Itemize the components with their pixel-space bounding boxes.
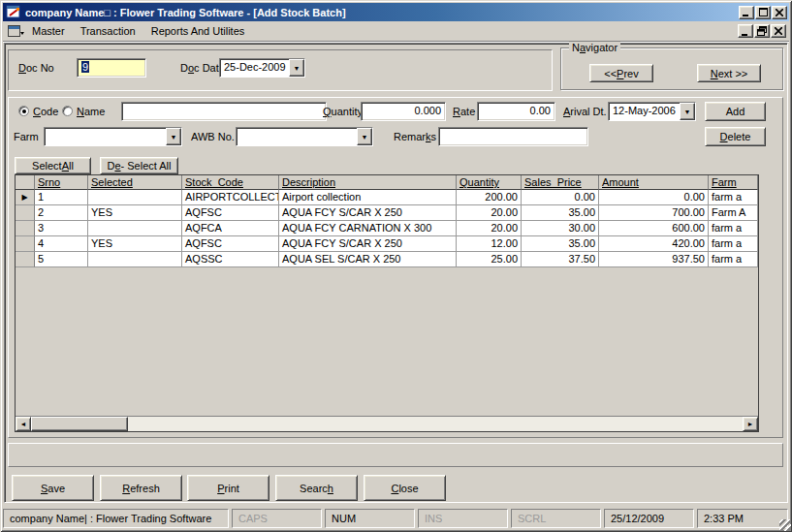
application-window: company Name□ : Flower Trading Software … [0,0,792,532]
code-radio[interactable] [18,106,29,116]
header-quantity[interactable]: Quantity [457,175,522,190]
grid-header-row: Srno Selected Stock_Code Description Qua… [16,175,758,190]
child-restore-button[interactable] [754,24,770,38]
doc-no-input[interactable]: 9 [77,58,146,78]
chevron-down-icon[interactable]: ▼ [680,103,695,120]
stock-search-input[interactable] [121,102,327,121]
navigator-title: Navigator [569,42,620,53]
stock-batch-grid: Srno Selected Stock_Code Description Qua… [15,174,759,432]
lower-strip-panel [8,443,783,467]
chevron-down-icon[interactable]: ▼ [289,59,304,77]
table-row[interactable]: 4 YES AQFSC AQUA FCY S/CAR X 250 12.00 3… [16,236,758,252]
grid-empty-area [16,267,758,416]
chevron-down-icon[interactable]: ▼ [357,128,372,145]
child-system-menu-icon[interactable] [8,25,24,38]
awb-no-label: AWB No. [191,131,235,142]
row-selector-header [16,175,35,190]
status-ins: INS [418,509,508,528]
doc-header-panel: Doc No 9 Doc Date 25-Dec-2009 ▼ [8,49,553,91]
app-icon[interactable] [6,5,21,19]
window-title: company Name□ : Flower Trading Software … [25,7,346,18]
row-selector[interactable] [16,252,35,267]
next-button[interactable]: Next >> [697,64,761,82]
remarks-label: Remarks [394,131,436,142]
farm-label: Farm [14,131,39,142]
header-selected[interactable]: Selected [88,175,182,190]
table-row[interactable]: 3 AQFCA AQUA FCY CARNATION X 300 20.00 3… [16,221,758,236]
remarks-input[interactable] [438,127,588,146]
title-bar: company Name□ : Flower Trading Software … [3,3,789,21]
scrollbar-thumb[interactable] [31,417,128,431]
delete-button[interactable]: Delete [705,127,766,146]
farm-combobox[interactable]: ▼ [44,127,182,146]
arrival-date-combobox[interactable]: 12-May-2006 ▼ [608,102,696,121]
scroll-right-icon[interactable]: ► [743,417,758,431]
row-selector[interactable] [16,236,35,252]
select-all-button[interactable]: Select All [15,157,91,174]
prev-button[interactable]: << Prev [589,64,653,82]
header-description[interactable]: Description [279,175,457,190]
header-farm[interactable]: Farm [709,175,758,190]
deselect-all-button[interactable]: De - Select All [100,157,178,174]
chevron-down-icon[interactable]: ▼ [166,128,181,145]
navigator-group: Navigator << Prev Next >> [560,47,783,90]
scroll-left-icon[interactable]: ◄ [16,417,31,431]
rate-label: Rate [453,106,475,117]
minimize-button[interactable] [739,6,754,19]
menu-master[interactable]: Master [24,22,73,40]
resize-grip[interactable] [779,519,791,531]
save-button[interactable]: Save [12,475,94,501]
menu-bar: Master Transaction Reports And Utilites [3,21,789,42]
status-app-name: company Name| : Flower Trading Software [3,509,229,528]
table-row[interactable]: 2 YES AQFSC AQUA FCY S/CAR X 250 20.00 3… [16,205,758,221]
header-srno[interactable]: Srno [35,175,88,190]
horizontal-scrollbar[interactable]: ◄ ► [16,416,758,431]
header-stock-code[interactable]: Stock_Code [182,175,279,190]
rate-input[interactable]: 0.00 [477,102,555,121]
child-close-icon[interactable] [771,24,786,38]
table-row[interactable]: ▶ 1 AIRPORTCOLLECT Airport collection 20… [16,190,758,205]
maximize-button[interactable] [755,6,771,19]
close-button[interactable]: Close [364,475,446,501]
child-minimize-button[interactable] [738,24,753,38]
status-date: 25/12/2009 [604,509,694,528]
menu-reports-and-utilites[interactable]: Reports And Utilites [143,22,253,40]
menu-transaction[interactable]: Transaction [73,22,143,40]
awb-no-combobox[interactable]: ▼ [236,127,373,146]
add-button[interactable]: Add [705,102,766,121]
status-time: 2:33 PM [697,509,788,528]
code-radio-label: Code [33,106,58,117]
table-row[interactable]: 5 AQSSC AQUA SEL S/CAR X 250 25.00 37.50… [16,252,758,267]
header-amount[interactable]: Amount [599,175,709,190]
name-radio-label: Name [77,106,105,117]
quantity-input[interactable]: 0.000 [361,102,446,121]
refresh-button[interactable]: Refresh [100,475,182,501]
quantity-label: Quantity [323,106,363,117]
row-pointer-icon[interactable]: ▶ [16,190,35,205]
header-sales-price[interactable]: Sales_Price [522,175,599,190]
close-icon[interactable] [772,6,787,19]
name-radio[interactable] [62,106,73,116]
arrival-date-label: Arival Dt. [563,106,607,117]
status-scrl: SCRL [511,509,601,528]
search-button[interactable]: Search [275,475,358,501]
row-selector[interactable] [16,205,35,221]
status-num: NUM [325,509,415,528]
status-caps: CAPS [232,509,322,528]
doc-date-combobox[interactable]: 25-Dec-2009 ▼ [219,58,305,78]
print-button[interactable]: Print [187,475,269,501]
row-selector[interactable] [16,221,35,236]
doc-date-label: Doc Date [180,62,225,74]
doc-no-label: Doc No [18,62,54,74]
